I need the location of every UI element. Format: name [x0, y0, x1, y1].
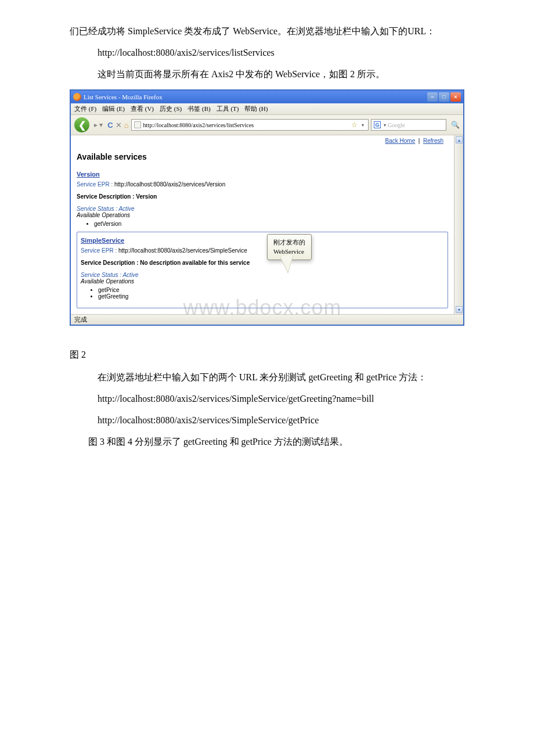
paragraph-3: 在浏览器地址栏中输入如下的两个 URL 来分别测试 getGreeting 和 …	[70, 369, 464, 386]
back-home-link[interactable]: Back Home	[385, 138, 416, 144]
nav-toolbar: ❮ ▸ ▾ C ✕ ⌂ http://localhost:8080/axis2/…	[71, 115, 463, 135]
url-2: http://localhost:8080/axis2/services/Sim…	[98, 391, 464, 408]
service-status: Service Status : Active	[81, 272, 444, 278]
ops-label: Available Operations	[77, 212, 448, 218]
figure-2-label: 图 2	[70, 349, 464, 361]
url-1: http://localhost:8080/axis2/services/lis…	[98, 45, 464, 62]
firefox-icon	[73, 93, 81, 101]
search-placeholder: Google	[388, 122, 405, 128]
firefox-window: List Services - Mozilla Firefox − □ × 文件…	[70, 89, 464, 326]
paragraph-2: 这时当前页面将显示所有在 Axis2 中发布的 WebService，如图 2 …	[70, 66, 464, 83]
menu-file[interactable]: 文件 (F)	[74, 105, 96, 113]
maximize-button[interactable]: □	[439, 92, 449, 102]
url-3: http://localhost:8080/axis2/services/Sim…	[98, 412, 464, 429]
page-heading: Available services	[77, 152, 448, 161]
service-link-simpleservice[interactable]: SimpleService	[81, 237, 124, 244]
service-version: Version Service EPR : http://localhost:8…	[77, 168, 448, 227]
stop-button[interactable]: ✕	[116, 121, 122, 129]
service-desc-version: Service Description : Version	[77, 193, 448, 200]
close-button[interactable]: ×	[450, 92, 461, 102]
window-title: List Services - Mozilla Firefox	[84, 93, 163, 100]
operation-item: getGreeting	[98, 293, 444, 300]
title-bar: List Services - Mozilla Firefox − □ ×	[71, 91, 463, 103]
search-engine-dropdown-icon[interactable]: ▾	[382, 123, 388, 128]
search-box[interactable]: G ▾ Google	[371, 119, 446, 131]
address-dropdown-icon[interactable]: ▾	[360, 123, 366, 128]
reload-button[interactable]: C	[107, 121, 113, 129]
address-text: http://localhost:8080/axis2/services/lis…	[143, 122, 349, 128]
paragraph-4: 图 3 和图 4 分别显示了 getGreeting 和 getPrice 方法…	[70, 434, 464, 451]
refresh-link[interactable]: Refresh	[423, 138, 443, 144]
menu-edit[interactable]: 编辑 (E)	[102, 105, 125, 113]
vertical-scrollbar[interactable]: ▴ ▾	[454, 135, 463, 314]
address-bar[interactable]: http://localhost:8080/axis2/services/lis…	[131, 119, 369, 131]
epr-value: http://localhost:8080/axis2/services/Sim…	[118, 247, 247, 254]
callout-annotation: 刚才发布的 WebService	[267, 234, 312, 260]
menu-bookmarks[interactable]: 书签 (B)	[187, 105, 210, 113]
callout-line-1: 刚才发布的	[273, 238, 305, 247]
paragraph-1: 们已经成功将 SimpleService 类发布成了 WebService。在浏…	[70, 23, 464, 40]
content-area: Back Home | Refresh Available services V…	[71, 135, 463, 314]
status-bar: 完成	[71, 314, 463, 325]
menu-history[interactable]: 历史 (S)	[160, 105, 182, 113]
operation-item: getPrice	[98, 287, 444, 293]
minimize-button[interactable]: −	[427, 92, 438, 102]
epr-label: Service EPR :	[77, 181, 113, 188]
forward-button[interactable]: ▸ ▾	[92, 121, 105, 129]
back-button[interactable]: ❮	[74, 117, 89, 132]
menu-tools[interactable]: 工具 (T)	[217, 105, 239, 113]
page-icon	[134, 121, 141, 128]
ops-label: Available Operations	[81, 278, 444, 285]
search-submit-icon[interactable]: 🔍	[451, 121, 460, 129]
operation-item: getVersion	[94, 221, 448, 227]
epr-label: Service EPR :	[81, 247, 117, 254]
bookmark-star-icon[interactable]: ☆	[351, 121, 358, 129]
epr-value: http://localhost:8080/axis2/services/Ver…	[114, 181, 225, 188]
menu-help[interactable]: 帮助 (H)	[244, 105, 268, 113]
google-icon: G	[374, 121, 381, 128]
service-status: Service Status : Active	[77, 206, 448, 212]
service-desc-simpleservice: Service Description : No description ava…	[81, 260, 444, 266]
service-link-version[interactable]: Version	[77, 171, 100, 178]
top-link-bar: Back Home | Refresh	[77, 135, 448, 150]
service-simpleservice-highlight: SimpleService Service EPR : http://local…	[77, 232, 448, 308]
scroll-down-icon[interactable]: ▾	[456, 306, 463, 313]
menu-bar: 文件 (F) 编辑 (E) 查看 (V) 历史 (S) 书签 (B) 工具 (T…	[71, 103, 463, 115]
home-button[interactable]: ⌂	[124, 121, 129, 129]
menu-view[interactable]: 查看 (V)	[131, 105, 154, 113]
scroll-up-icon[interactable]: ▴	[456, 136, 463, 143]
